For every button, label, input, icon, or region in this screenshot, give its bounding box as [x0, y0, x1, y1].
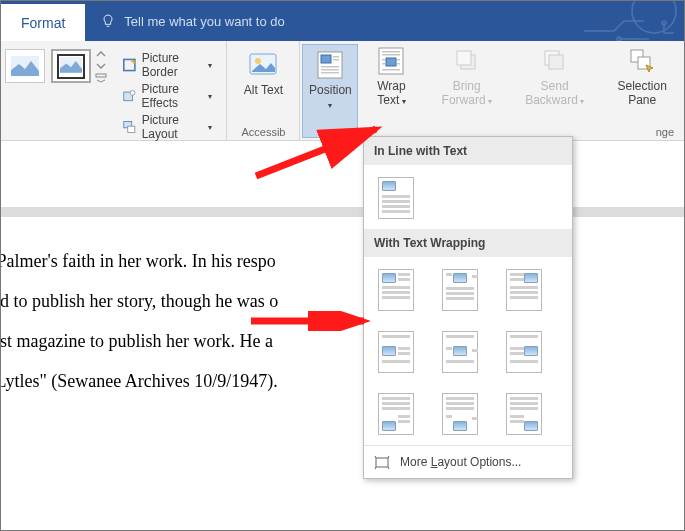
- svg-rect-18: [321, 69, 339, 71]
- position-top-left[interactable]: [378, 269, 414, 311]
- bring-forward-icon: [451, 45, 483, 77]
- svg-rect-10: [128, 126, 135, 132]
- lightbulb-icon: [100, 13, 116, 29]
- gallery-down-icon[interactable]: [95, 61, 107, 71]
- gallery-more-icon[interactable]: [95, 73, 107, 83]
- picture-thumb-icon: [60, 57, 82, 73]
- svg-point-12: [255, 58, 261, 64]
- document-line: yed to publish her story, though he was …: [0, 281, 684, 321]
- position-button[interactable]: Position▾: [302, 44, 358, 138]
- chevron-down-icon: ▾: [208, 92, 212, 101]
- position-middle-left[interactable]: [378, 331, 414, 373]
- svg-point-0: [632, 1, 676, 33]
- document-line: e Lytles" (Sewanee Archives 10/9/1947).: [0, 361, 684, 401]
- wrap-text-button[interactable]: Wrap Text ▾: [358, 41, 424, 140]
- position-top-center[interactable]: [442, 269, 478, 311]
- more-layout-icon: [374, 454, 390, 470]
- send-backward-label: Send Backward: [525, 79, 578, 107]
- position-middle-right[interactable]: [506, 331, 542, 373]
- svg-rect-27: [397, 63, 400, 65]
- picture-style-1[interactable]: [5, 49, 45, 83]
- picture-thumb-icon: [11, 56, 39, 76]
- document-line: first magazine to publish her work. He a: [0, 321, 684, 361]
- chevron-down-icon: ▾: [328, 101, 332, 110]
- wrap-text-icon: [375, 45, 407, 77]
- selection-pane-icon: [626, 45, 658, 77]
- svg-rect-15: [333, 56, 339, 58]
- more-layout-options[interactable]: More Layout Options...: [364, 445, 572, 478]
- more-layout-label: More Layout Options...: [400, 455, 521, 469]
- svg-rect-24: [382, 59, 385, 61]
- svg-rect-23: [386, 58, 396, 66]
- svg-rect-14: [321, 55, 331, 63]
- gallery-up-icon[interactable]: [95, 49, 107, 59]
- picture-layout-icon: [123, 119, 136, 135]
- position-inline-with-text[interactable]: [378, 177, 414, 219]
- bring-forward-label: Bring Forward: [442, 79, 486, 107]
- picture-effects-menu[interactable]: Picture Effects ▾: [123, 82, 212, 110]
- svg-rect-25: [397, 59, 400, 61]
- svg-rect-5: [96, 74, 106, 77]
- bring-forward-button: Bring Forward ▾: [425, 41, 509, 140]
- alt-text-label: Alt Text: [244, 83, 283, 97]
- document-body[interactable]: d Palmer's faith in her work. In his res…: [1, 217, 684, 401]
- picture-layout-label: Picture Layout: [142, 113, 203, 141]
- tab-format[interactable]: Format: [1, 1, 85, 41]
- group-accessibility-label: Accessib: [235, 126, 291, 138]
- position-icon: [314, 49, 346, 81]
- svg-rect-35: [376, 458, 388, 467]
- position-dropdown: In Line with Text With Text Wrapping Mor…: [363, 136, 573, 479]
- position-middle-center[interactable]: [442, 331, 478, 373]
- chevron-down-icon: ▾: [208, 61, 212, 70]
- svg-rect-22: [382, 54, 400, 56]
- dropdown-header-wrapping: With Text Wrapping: [364, 229, 572, 257]
- svg-point-8: [130, 90, 135, 95]
- position-bottom-right[interactable]: [506, 393, 542, 435]
- svg-rect-32: [549, 55, 563, 69]
- picture-effects-label: Picture Effects: [142, 82, 203, 110]
- position-top-right[interactable]: [506, 269, 542, 311]
- dropdown-header-inline: In Line with Text: [364, 137, 572, 165]
- svg-rect-26: [382, 63, 385, 65]
- svg-rect-17: [321, 66, 339, 68]
- document-line: d Palmer's faith in her work. In his res…: [0, 241, 684, 281]
- svg-rect-30: [457, 51, 471, 65]
- position-bottom-center[interactable]: [442, 393, 478, 435]
- picture-effects-icon: [123, 88, 136, 104]
- selection-pane-label: Selection Pane: [618, 79, 667, 107]
- picture-border-menu[interactable]: Picture Border ▾: [123, 51, 212, 79]
- picture-border-label: Picture Border: [142, 51, 203, 79]
- svg-rect-19: [321, 72, 339, 74]
- tell-me-label: Tell me what you want to do: [124, 14, 284, 29]
- picture-style-2-selected[interactable]: [51, 49, 91, 83]
- send-backward-icon: [539, 45, 571, 77]
- svg-rect-28: [382, 69, 400, 71]
- chevron-down-icon: ▾: [399, 97, 405, 106]
- picture-layout-menu[interactable]: Picture Layout ▾: [123, 113, 212, 141]
- svg-rect-21: [382, 51, 400, 53]
- chevron-down-icon: ▾: [208, 123, 212, 132]
- alt-text-button[interactable]: Alt Text: [235, 45, 291, 99]
- position-label: Position: [309, 83, 352, 97]
- position-bottom-left[interactable]: [378, 393, 414, 435]
- svg-rect-16: [333, 59, 339, 61]
- group-arrange-label-partial: nge: [656, 126, 674, 138]
- picture-border-icon: [123, 57, 136, 73]
- alt-text-icon: [247, 49, 279, 81]
- send-backward-button: Send Backward ▾: [509, 41, 601, 140]
- tell-me-search[interactable]: Tell me what you want to do: [85, 1, 284, 41]
- title-decoration: [524, 1, 684, 41]
